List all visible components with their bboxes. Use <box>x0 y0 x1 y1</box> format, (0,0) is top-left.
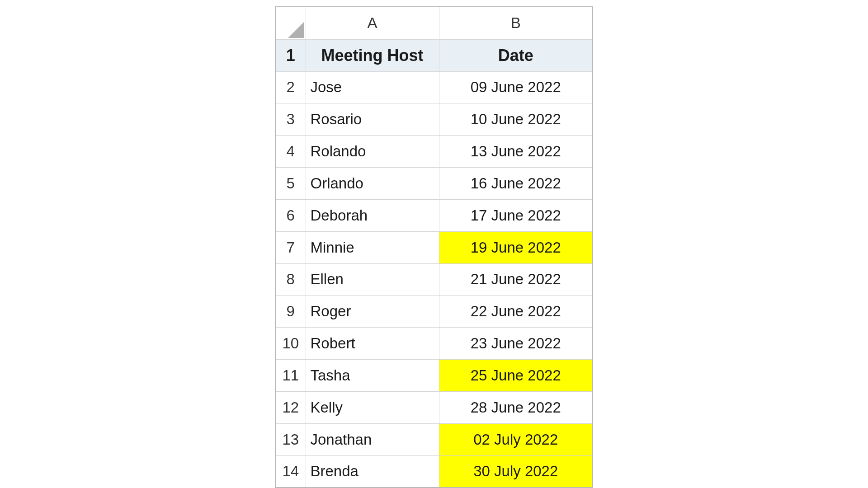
row-header-14[interactable]: 14 <box>275 455 306 488</box>
cell-host[interactable]: Rolando <box>306 136 439 168</box>
cell-date-highlighted[interactable]: 02 July 2022 <box>439 423 593 455</box>
table-row: 13 Jonathan 02 July 2022 <box>275 423 593 455</box>
cell-host[interactable]: Deborah <box>306 199 439 231</box>
cell-date[interactable]: 23 June 2022 <box>439 328 593 360</box>
table-row: 8 Ellen 21 June 2022 <box>275 263 593 296</box>
row-header-1[interactable]: 1 <box>275 39 306 71</box>
cell-host[interactable]: Roger <box>306 296 439 328</box>
table-row: 14 Brenda 30 July 2022 <box>275 455 593 488</box>
cell-date[interactable]: 10 June 2022 <box>439 103 593 136</box>
column-header-a[interactable]: A <box>306 7 439 39</box>
table-row: 7 Minnie 19 June 2022 <box>275 231 593 263</box>
cell-date-highlighted[interactable]: 19 June 2022 <box>439 231 593 263</box>
row-header-5[interactable]: 5 <box>275 168 306 200</box>
cell-host[interactable]: Jose <box>306 71 439 103</box>
header-cell-meeting-host[interactable]: Meeting Host <box>306 39 439 71</box>
row-header-13[interactable]: 13 <box>275 423 306 455</box>
cell-date-highlighted[interactable]: 25 June 2022 <box>439 360 593 392</box>
spreadsheet-table: A B 1 Meeting Host Date 2 Jose 09 June 2… <box>275 6 593 488</box>
row-header-8[interactable]: 8 <box>275 263 306 296</box>
table-row: 11 Tasha 25 June 2022 <box>275 360 593 392</box>
cell-host[interactable]: Jonathan <box>306 423 439 455</box>
column-header-row: A B <box>275 7 593 39</box>
column-header-b[interactable]: B <box>439 7 593 39</box>
table-row: 3 Rosario 10 June 2022 <box>275 103 593 136</box>
cell-date[interactable]: 21 June 2022 <box>439 263 593 296</box>
row-header-10[interactable]: 10 <box>275 328 306 360</box>
row-header-12[interactable]: 12 <box>275 391 306 423</box>
row-header-7[interactable]: 7 <box>275 231 306 263</box>
cell-host[interactable]: Orlando <box>306 168 439 200</box>
cell-host[interactable]: Minnie <box>306 231 439 263</box>
cell-date[interactable]: 22 June 2022 <box>439 296 593 328</box>
row-header-4[interactable]: 4 <box>275 136 306 168</box>
table-row: 2 Jose 09 June 2022 <box>275 71 593 103</box>
cell-date-highlighted[interactable]: 30 July 2022 <box>439 455 593 488</box>
row-header-9[interactable]: 9 <box>275 296 306 328</box>
table-row: 6 Deborah 17 June 2022 <box>275 199 593 231</box>
cell-date[interactable]: 09 June 2022 <box>439 71 593 103</box>
cell-host[interactable]: Robert <box>306 328 439 360</box>
cell-date[interactable]: 17 June 2022 <box>439 199 593 231</box>
table-row: 4 Rolando 13 June 2022 <box>275 136 593 168</box>
row-header-6[interactable]: 6 <box>275 199 306 231</box>
table-row: 12 Kelly 28 June 2022 <box>275 391 593 423</box>
cell-date[interactable]: 28 June 2022 <box>439 391 593 423</box>
row-header-2[interactable]: 2 <box>275 71 306 103</box>
table-row: 10 Robert 23 June 2022 <box>275 328 593 360</box>
table-row: 9 Roger 22 June 2022 <box>275 296 593 328</box>
cell-host[interactable]: Ellen <box>306 263 439 296</box>
table-row: 5 Orlando 16 June 2022 <box>275 168 593 200</box>
select-all-corner[interactable] <box>275 7 306 39</box>
cell-host[interactable]: Tasha <box>306 360 439 392</box>
row-header-3[interactable]: 3 <box>275 103 306 136</box>
select-all-triangle-icon <box>288 22 304 38</box>
header-cell-date[interactable]: Date <box>439 39 593 71</box>
cell-host[interactable]: Rosario <box>306 103 439 136</box>
cell-date[interactable]: 13 June 2022 <box>439 136 593 168</box>
cell-host[interactable]: Kelly <box>306 391 439 423</box>
cell-date[interactable]: 16 June 2022 <box>439 168 593 200</box>
row-header-11[interactable]: 11 <box>275 360 306 392</box>
table-row: 1 Meeting Host Date <box>275 39 593 71</box>
cell-host[interactable]: Brenda <box>306 455 439 488</box>
